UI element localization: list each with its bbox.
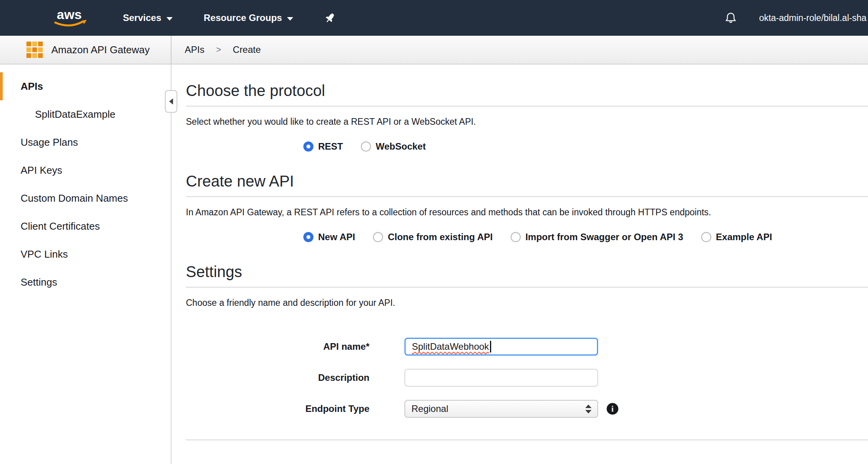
radio-clone-api[interactable]: Clone from existing API [373,232,493,242]
radio-rest[interactable]: REST [303,141,343,152]
services-menu-label: Services [123,12,161,23]
section-divider [186,287,868,288]
radio-websocket[interactable]: WebSocket [361,141,426,152]
api-gateway-icon [26,41,44,59]
protocol-section-title: Choose the protocol [186,82,868,99]
api-name-value: SplitDataWebhook [412,341,489,352]
pin-shortcut-button[interactable] [324,12,336,24]
service-name: Amazon API Gateway [51,44,150,56]
sidebar-collapse-button[interactable] [165,90,177,113]
radio-unselected-icon[interactable] [511,232,521,242]
radio-example-api-label: Example API [716,232,772,242]
aws-logo[interactable]: aws [50,7,89,29]
text-cursor [490,341,491,352]
main-content: Choose the protocol Select whether you w… [172,65,868,464]
breadcrumb: APIs > Create [172,36,261,64]
sidebar-item-client-certificates[interactable]: Client Certificates [0,212,171,240]
resource-groups-menu[interactable]: Resource Groups [204,12,293,23]
chevron-left-icon [169,98,173,105]
radio-example-api[interactable]: Example API [701,232,772,242]
aws-logo-icon: aws [50,7,89,29]
bell-icon [724,11,737,24]
svg-text:aws: aws [57,7,82,22]
api-name-row: API name* SplitDataWebhook [186,338,868,356]
select-stepper-icon [579,401,597,417]
settings-form: API name* SplitDataWebhook Description E… [186,338,868,418]
protocol-radio-group: REST WebSocket [303,141,868,152]
breadcrumb-current: Create [233,44,261,55]
chevron-down-icon [287,17,293,21]
radio-rest-label: REST [318,141,343,152]
radio-import-swagger[interactable]: Import from Swagger or Open API 3 [511,232,683,242]
radio-websocket-label: WebSocket [376,141,426,152]
section-divider [186,106,868,106]
protocol-description: Select whether you would like to create … [186,117,868,127]
radio-import-swagger-label: Import from Swagger or Open API 3 [525,232,683,242]
create-section-title: Create new API [186,172,868,190]
sidebar: APIs SplitDataExample Usage Plans API Ke… [0,65,172,464]
section-divider [186,440,868,440]
description-input[interactable] [404,369,598,387]
endpoint-type-label: Endpoint Type [186,403,369,414]
settings-section-title: Settings [186,263,868,281]
resource-groups-menu-label: Resource Groups [204,12,282,23]
description-row: Description [186,369,868,387]
top-navigation: aws Services Resource Groups okta [0,0,868,36]
endpoint-type-row: Endpoint Type Regional i [186,400,868,418]
notifications-button[interactable] [724,11,737,24]
radio-unselected-icon[interactable] [361,141,371,152]
chevron-up-icon [585,405,592,408]
api-name-label: API name* [186,341,369,352]
chevron-down-icon [585,410,592,413]
account-menu[interactable]: okta-admin-role/bilal.al-sha [759,13,866,23]
service-block[interactable]: Amazon API Gateway [0,36,172,64]
sidebar-item-splitdataexample[interactable]: SplitDataExample [0,100,171,128]
endpoint-type-value: Regional [411,403,448,414]
radio-unselected-icon[interactable] [373,232,383,242]
services-menu[interactable]: Services [123,12,173,23]
chevron-down-icon [166,17,173,21]
pushpin-icon [324,12,336,24]
sidebar-item-vpc-links[interactable]: VPC Links [0,240,171,268]
info-icon[interactable]: i [607,403,618,415]
radio-new-api-label: New API [318,232,355,242]
section-divider [186,196,868,197]
endpoint-type-select[interactable]: Regional [404,400,598,418]
radio-selected-icon[interactable] [303,232,313,242]
radio-clone-api-label: Clone from existing API [388,232,493,242]
description-label: Description [186,372,369,383]
api-name-input[interactable]: SplitDataWebhook [404,338,598,356]
sidebar-item-apis[interactable]: APIs [0,72,171,100]
radio-unselected-icon[interactable] [701,232,711,242]
create-radio-group: New API Clone from existing API Import f… [303,232,868,242]
sidebar-item-custom-domain-names[interactable]: Custom Domain Names [0,184,171,212]
breadcrumb-apis-link[interactable]: APIs [185,44,205,55]
radio-selected-icon[interactable] [303,141,313,152]
topnav-right-group: okta-admin-role/bilal.al-sha [724,11,868,24]
service-breadcrumb-bar: Amazon API Gateway APIs > Create [0,36,868,65]
create-description: In Amazon API Gateway, a REST API refers… [186,207,868,218]
settings-description: Choose a friendly name and description f… [186,298,868,308]
radio-new-api[interactable]: New API [303,232,355,242]
sidebar-item-settings[interactable]: Settings [0,268,171,296]
sidebar-item-api-keys[interactable]: API Keys [0,156,171,184]
sidebar-item-usage-plans[interactable]: Usage Plans [0,128,171,156]
breadcrumb-separator: > [216,45,221,55]
page-body: APIs SplitDataExample Usage Plans API Ke… [0,65,868,464]
